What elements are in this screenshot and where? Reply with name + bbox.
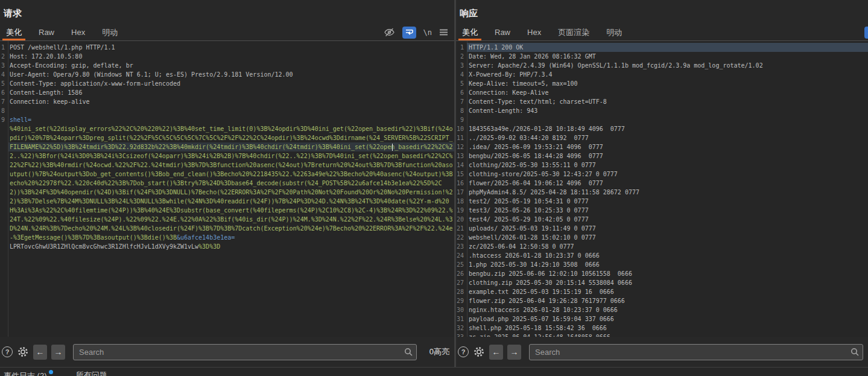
code-line[interactable]: 14clothing/2025-05-30 13:55:11 0 0777 bbox=[456, 161, 868, 170]
code-line[interactable]: 31payload.php 2025-05-07 16:59:04 337 06… bbox=[456, 314, 868, 323]
line-number: 3 bbox=[0, 61, 8, 70]
code-line[interactable]: 251.php 2025-05-30 14:29:10 3508 0666 bbox=[456, 260, 868, 269]
line-number: 13 bbox=[456, 151, 467, 161]
code-line[interactable]: 24.htaccess 2026-01-28 10:23:37 0 0666 bbox=[456, 251, 868, 260]
code-line[interactable]: 3Server: Apache/2.4.39 (Win64) OpenSSL/1… bbox=[456, 61, 868, 70]
search-prev-button[interactable]: ← bbox=[33, 345, 47, 360]
code-line[interactable]: 13bengbu/2025-06-05 18:44:28 4096 0777 bbox=[456, 151, 868, 161]
status-footer: 事件日志 (2) 所有问题 bbox=[0, 367, 868, 376]
notification-dot bbox=[49, 370, 53, 374]
code-line[interactable]: 4X-Powered-By: PHP/7.3.4 bbox=[456, 70, 868, 79]
code-line[interactable]: 3Accept-Encoding: gzip, deflate, br bbox=[0, 61, 454, 70]
response-tab-render[interactable]: 页面渲染 bbox=[556, 24, 592, 40]
code-line[interactable]: 9 bbox=[456, 115, 868, 124]
code-line[interactable]: 6Content-Length: 1586 bbox=[0, 88, 454, 97]
response-tab-pretty[interactable]: 美化 bbox=[460, 24, 480, 40]
code-line[interactable]: 18test2/ 2025-05-19 10:54:31 0 0777 bbox=[456, 197, 868, 206]
request-editor[interactable]: 1POST /webshell/1.php HTTP/1.12Host: 172… bbox=[0, 41, 454, 337]
request-panel: 请求 美化 Raw Hex 明动 bbox=[0, 0, 454, 367]
line-number: 18 bbox=[456, 197, 467, 206]
request-search-input[interactable] bbox=[73, 344, 417, 360]
code-line[interactable]: 26bengbu.zip 2025-06-06 12:02:10 1056155… bbox=[456, 269, 868, 278]
code-line[interactable]: 16flower/2025-06-04 19:06:12 4096 0777 bbox=[456, 179, 868, 188]
code-line[interactable]: 33zc.zip 2025-06-04 12:56:48 1648058 066… bbox=[456, 333, 868, 337]
help-icon[interactable]: ? bbox=[2, 346, 13, 357]
code-line[interactable]: 19test3/ 2025-05-26 10:25:33 0 0777 bbox=[456, 206, 868, 215]
request-tab-raw[interactable]: Raw bbox=[36, 24, 57, 40]
code-line[interactable]: 20test4/ 2025-05-29 10:42:05 0 0777 bbox=[456, 215, 868, 224]
code-line[interactable]: 17phpMyAdmin4.8.5/ 2025-04-28 18:11:58 2… bbox=[456, 188, 868, 197]
text-caret bbox=[392, 144, 393, 151]
line-number: 8 bbox=[456, 106, 467, 115]
response-search-input[interactable] bbox=[529, 344, 863, 360]
code-line[interactable]: 12.idea/ 2025-06-09 19:53:21 4096 0777 bbox=[456, 142, 868, 151]
code-line[interactable]: 28example.txt 2025-05-03 19:15:19 16 066… bbox=[456, 287, 868, 296]
line-number: 3 bbox=[456, 61, 467, 70]
search-next-button[interactable]: → bbox=[507, 345, 521, 360]
code-line[interactable]: 7Connection: keep-alive bbox=[0, 97, 454, 106]
request-search-toolbar: ? ← → 0高亮 bbox=[0, 337, 454, 367]
line-number: 2 bbox=[456, 52, 467, 61]
code-line[interactable]: 11../2025-09-02 03:44:20 8192 0777 bbox=[456, 133, 868, 142]
code-line[interactable]: 7Content-Type: text/html; charset=UTF-8 bbox=[456, 97, 868, 106]
code-line[interactable]: 30nginx.htaccess 2026-01-28 10:23:37 0 0… bbox=[456, 305, 868, 314]
code-line[interactable]: 29flower.zip 2025-06-04 19:26:28 7617977… bbox=[456, 296, 868, 305]
response-search-wrap bbox=[529, 344, 863, 360]
search-prev-button[interactable]: ← bbox=[489, 345, 503, 360]
line-number: 17 bbox=[456, 188, 467, 197]
code-line[interactable]: 21uploads/ 2025-05-03 19:11:49 0 0777 bbox=[456, 224, 868, 233]
code-line[interactable]: 8 bbox=[0, 106, 454, 115]
word-wrap-icon[interactable] bbox=[864, 27, 868, 39]
code-line[interactable]: 1HTTP/1.1 200 OK bbox=[456, 43, 868, 52]
code-line[interactable]: 6Connection: Keep-Alive bbox=[456, 88, 868, 97]
word-wrap-icon[interactable] bbox=[402, 27, 416, 39]
line-number: 11 bbox=[456, 133, 467, 142]
line-number: 29 bbox=[456, 296, 467, 305]
response-panel: 响应 美化 Raw Hex 页面渲染 明动 1HTTP/1.1 200 OK2D… bbox=[456, 0, 868, 367]
code-line[interactable]: 15clothing-store/2025-05-30 12:43:27 0 0… bbox=[456, 170, 868, 179]
all-issues-tab[interactable]: 所有问题 bbox=[76, 370, 107, 376]
response-tab-raw[interactable]: Raw bbox=[492, 24, 513, 40]
code-line[interactable]: 8Content-Length: 943 bbox=[456, 106, 868, 115]
code-line[interactable]: 4User-Agent: Opera/9.80 (Windows NT 6.1;… bbox=[0, 70, 454, 79]
event-log-tab[interactable]: 事件日志 (2) bbox=[4, 370, 53, 376]
line-number: 9 bbox=[0, 115, 8, 251]
code-line[interactable]: 101843563a49e./2026-01-28 10:18:49 4096 … bbox=[456, 124, 868, 133]
request-tab-hex[interactable]: Hex bbox=[69, 24, 87, 40]
line-number: 9 bbox=[456, 115, 467, 124]
response-tab-actions[interactable]: 明动 bbox=[604, 24, 624, 40]
line-number: 31 bbox=[456, 314, 467, 323]
response-tabs-row: 美化 Raw Hex 页面渲染 明动 bbox=[456, 24, 868, 41]
code-line[interactable]: 32shell.php 2025-05-18 15:58:42 36 0666 bbox=[456, 323, 868, 333]
response-editor[interactable]: 1HTTP/1.1 200 OK2Date: Wed, 28 Jan 2026 … bbox=[456, 41, 868, 337]
code-line[interactable]: 5Content-Type: application/x-www-form-ur… bbox=[0, 79, 454, 88]
line-number: 12 bbox=[456, 142, 467, 151]
gear-icon[interactable] bbox=[473, 346, 485, 358]
newline-toggle-icon[interactable]: \n bbox=[423, 28, 432, 37]
line-number: 4 bbox=[456, 70, 467, 79]
code-line[interactable]: 2Date: Wed, 28 Jan 2026 08:16:32 GMT bbox=[456, 52, 868, 61]
highlight-count-label: 0高亮 bbox=[429, 346, 449, 357]
code-line[interactable]: 2Host: 172.20.10.5:80 bbox=[0, 52, 454, 61]
gear-icon[interactable] bbox=[17, 346, 29, 358]
request-search-wrap bbox=[73, 344, 417, 360]
line-number: 15 bbox=[456, 170, 467, 179]
code-line[interactable]: 5Keep-Alive: timeout=5, max=100 bbox=[456, 79, 868, 88]
request-tab-pretty[interactable]: 美化 bbox=[4, 24, 24, 40]
hide-nonprinting-icon[interactable] bbox=[384, 27, 395, 38]
editor-menu-icon[interactable] bbox=[439, 28, 448, 36]
code-line[interactable]: 9shell= %40ini_set(%22display_errors%22%… bbox=[0, 115, 454, 251]
response-tab-hex[interactable]: Hex bbox=[525, 24, 543, 40]
help-icon[interactable]: ? bbox=[458, 346, 469, 357]
line-number: 8 bbox=[0, 106, 8, 115]
line-number: 1 bbox=[0, 43, 8, 52]
code-line[interactable]: 27clothing.zip 2025-05-30 20:15:14 55380… bbox=[456, 278, 868, 287]
search-next-button[interactable]: → bbox=[51, 345, 65, 360]
code-line[interactable]: 22webshell/2026-01-28 15:02:10 0 0777 bbox=[456, 233, 868, 242]
code-line[interactable]: 1POST /webshell/1.php HTTP/1.1 bbox=[0, 43, 454, 52]
request-tab-actions[interactable]: 明动 bbox=[100, 24, 120, 40]
code-line[interactable]: 23zc/2025-06-04 12:50:58 0 0777 bbox=[456, 242, 868, 251]
line-number: 20 bbox=[456, 215, 467, 224]
request-editor-toolbar-icons: \n bbox=[384, 27, 448, 39]
search-icon bbox=[851, 348, 859, 358]
